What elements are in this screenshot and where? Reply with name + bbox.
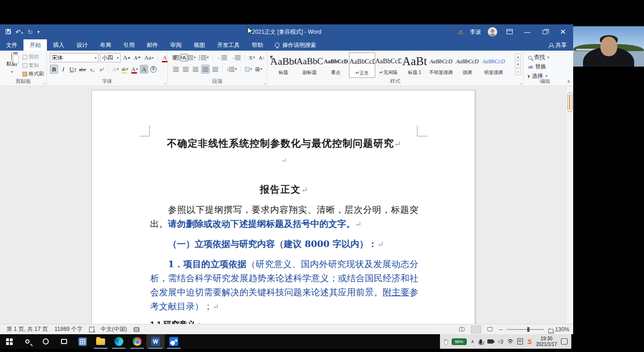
style-no-spacing[interactable]: AaBbCcD↵无间隔: [375, 52, 402, 78]
task-view-button[interactable]: [55, 334, 73, 349]
font-dialog-launcher[interactable]: ⌟: [164, 80, 166, 85]
format-painter-button[interactable]: 格式刷: [23, 70, 44, 77]
numbering-button[interactable]: ▾: [185, 53, 197, 62]
edge-button[interactable]: [110, 334, 128, 349]
sort-button[interactable]: A↓: [258, 53, 266, 62]
document-page[interactable]: 不确定非线性系统控制参数化与最优控制问题研究↵ ↵ 报告正文↵ 参照以下提纲撰写…: [91, 90, 475, 324]
change-case-button[interactable]: Aa▾: [143, 53, 154, 62]
word-taskbar-button[interactable]: W: [146, 334, 165, 349]
paste-button[interactable]: 粘贴▾: [3, 53, 21, 78]
avatar[interactable]: [488, 27, 497, 37]
save-icon[interactable]: [6, 29, 11, 35]
cut-button[interactable]: 剪切: [23, 53, 44, 60]
microphone-icon[interactable]: [479, 339, 482, 344]
grow-font-button[interactable]: A: [122, 53, 131, 62]
tab-developer[interactable]: 开发工具: [211, 39, 246, 51]
zoom-slider[interactable]: [507, 329, 544, 330]
style-subtle-emphasis[interactable]: AaBbCcD不明显强调: [428, 52, 454, 78]
bold-button[interactable]: B: [50, 65, 58, 74]
taskbar-search-button[interactable]: [18, 334, 37, 349]
meeting-app-button[interactable]: [165, 334, 183, 349]
style-normal[interactable]: AaBbCcD↵正文: [349, 52, 375, 78]
ime-icon[interactable]: 中: [517, 338, 523, 345]
text-effects-button[interactable]: A▾: [111, 65, 120, 74]
distribute-button[interactable]: [211, 65, 220, 74]
decrease-indent-button[interactable]: ←: [216, 53, 228, 62]
minimize-button[interactable]: —: [522, 29, 533, 36]
clipboard-dialog-launcher[interactable]: ⌟: [43, 80, 45, 85]
styles-dialog-launcher[interactable]: ⌟: [520, 80, 522, 85]
proofing-errors-icon[interactable]: [89, 327, 94, 332]
warning-icon[interactable]: ⚠: [458, 29, 463, 36]
zoom-slider-thumb[interactable]: [527, 327, 530, 332]
tab-design[interactable]: 设计: [70, 39, 94, 51]
superscript-button[interactable]: x²: [98, 65, 106, 74]
style-subtitle[interactable]: AaBbC副标题: [296, 52, 323, 78]
font-color-button[interactable]: A▾: [130, 65, 139, 74]
font-name-combo[interactable]: 宋体▾: [50, 53, 98, 62]
align-right-button[interactable]: [191, 65, 200, 74]
tab-help[interactable]: 帮助: [246, 39, 269, 51]
style-title[interactable]: AaBbC标题: [270, 52, 296, 78]
tab-home[interactable]: 开始: [23, 39, 47, 51]
collapse-ribbon-chevron[interactable]: ∧: [567, 79, 570, 84]
align-center-button[interactable]: [182, 65, 190, 74]
word-count[interactable]: 11869 个字: [54, 325, 83, 333]
battery-indicator[interactable]: 96%: [452, 338, 467, 345]
enclose-characters-button[interactable]: 字: [149, 65, 158, 74]
chrome-button[interactable]: [128, 334, 146, 349]
bullets-button[interactable]: ▾: [172, 53, 183, 62]
customize-qat-icon[interactable]: ▾: [38, 30, 40, 34]
highlight-button[interactable]: ab▾: [121, 65, 129, 74]
align-left-button[interactable]: [172, 65, 180, 74]
web-layout-button[interactable]: [485, 326, 495, 333]
copy-button[interactable]: 复制: [23, 62, 44, 69]
sogou-input-icon[interactable]: S: [527, 338, 531, 345]
speaker-icon[interactable]: ◁): [498, 338, 503, 345]
tab-view[interactable]: 视图: [188, 39, 211, 51]
redo-icon[interactable]: ↻: [28, 29, 33, 35]
language-indicator[interactable]: 中文(中国): [101, 325, 127, 333]
cortana-button[interactable]: [37, 334, 55, 349]
character-shading-button[interactable]: A: [140, 65, 148, 74]
start-button[interactable]: [0, 334, 18, 349]
tell-me-search[interactable]: 操作说明搜索: [269, 39, 322, 51]
tab-file[interactable]: 文件: [0, 39, 23, 51]
paragraph-dialog-launcher[interactable]: ⌟: [264, 80, 265, 85]
multilevel-list-button[interactable]: ▾: [198, 53, 210, 62]
tab-mailings[interactable]: 邮件: [141, 39, 164, 51]
read-mode-button[interactable]: [457, 326, 467, 333]
wifi-icon[interactable]: [508, 339, 513, 344]
styles-more-button[interactable]: ≡: [515, 68, 521, 75]
share-button[interactable]: 共享: [549, 39, 567, 51]
tab-insert[interactable]: 插入: [47, 39, 70, 51]
style-emphasis[interactable]: AaBbCcD强调: [454, 52, 480, 78]
strikethrough-button[interactable]: abc: [78, 65, 87, 74]
page-indicator[interactable]: 第 1 页, 共 17 页: [7, 325, 48, 333]
undo-icon[interactable]: ↶▾: [15, 29, 23, 35]
print-layout-button[interactable]: [471, 326, 481, 333]
tray-expand-chevron[interactable]: ∧: [471, 339, 474, 344]
camera-icon[interactable]: [487, 339, 493, 344]
insert-mode-icon[interactable]: [134, 327, 139, 332]
styles-scroll-up[interactable]: ▲: [515, 53, 521, 60]
style-keypoints[interactable]: AaBbCcD要点: [323, 52, 349, 78]
subscript-button[interactable]: x₂: [88, 65, 97, 74]
zoom-level[interactable]: 130%: [555, 326, 569, 333]
justify-button[interactable]: [201, 65, 210, 74]
shrink-font-button[interactable]: A: [133, 53, 142, 62]
user-name[interactable]: 李波: [470, 28, 481, 36]
tab-review[interactable]: 审阅: [164, 39, 188, 51]
tab-layout[interactable]: 布局: [94, 39, 117, 51]
calculator-button[interactable]: [73, 334, 91, 349]
style-heading1[interactable]: AaBt标题 1: [402, 52, 428, 78]
replace-button[interactable]: ab替换: [528, 63, 546, 71]
scrollbar-thumb[interactable]: [568, 92, 572, 112]
restore-button[interactable]: [539, 29, 551, 36]
font-size-combo[interactable]: 小四▾: [100, 53, 121, 62]
borders-button[interactable]: ⊞▾: [254, 65, 263, 74]
shading-button[interactable]: ▾: [244, 65, 253, 74]
ribbon-display-options-button[interactable]: [504, 29, 515, 36]
vertical-scrollbar[interactable]: [566, 87, 573, 324]
zoom-out-button[interactable]: −: [499, 326, 503, 333]
